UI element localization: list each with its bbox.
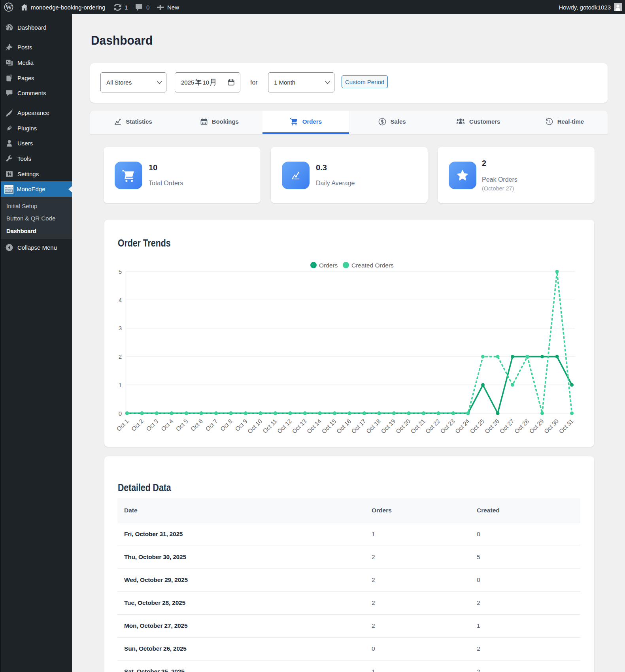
- svg-text:MONO: MONO: [5, 186, 13, 189]
- svg-text:Oct 29: Oct 29: [528, 418, 545, 435]
- svg-text:Oct 24: Oct 24: [454, 418, 471, 435]
- svg-text:Oct 5: Oct 5: [174, 418, 189, 432]
- svg-text:Oct 10: Oct 10: [246, 418, 263, 435]
- svg-text:Oct 6: Oct 6: [189, 418, 204, 432]
- svg-text:Oct 28: Oct 28: [513, 418, 530, 435]
- svg-text:Oct 13: Oct 13: [291, 418, 308, 435]
- svg-text:Oct 21: Oct 21: [409, 418, 426, 435]
- svg-text:Oct 17: Oct 17: [350, 418, 367, 435]
- svg-text:Oct 2: Oct 2: [130, 418, 145, 432]
- svg-text:1: 1: [119, 382, 122, 388]
- svg-text:Oct 12: Oct 12: [276, 418, 293, 435]
- svg-text:Oct 11: Oct 11: [261, 418, 278, 434]
- svg-text:Oct 4: Oct 4: [160, 418, 174, 432]
- svg-text:Oct 16: Oct 16: [335, 418, 352, 435]
- svg-text:Oct 30: Oct 30: [543, 418, 560, 435]
- svg-text:Orders: Orders: [319, 262, 338, 269]
- svg-text:Oct 27: Oct 27: [498, 418, 515, 435]
- svg-text:5: 5: [119, 268, 122, 275]
- svg-text:W: W: [6, 4, 12, 11]
- svg-text:Oct 3: Oct 3: [145, 418, 159, 432]
- svg-text:3: 3: [119, 325, 122, 331]
- svg-text:Oct 31: Oct 31: [557, 418, 574, 435]
- svg-text:Oct 20: Oct 20: [395, 418, 412, 435]
- svg-text:Oct 8: Oct 8: [219, 418, 234, 432]
- svg-text:2: 2: [119, 353, 122, 360]
- svg-text:Oct 15: Oct 15: [320, 418, 337, 435]
- svg-text:Oct 25: Oct 25: [468, 418, 485, 435]
- svg-text:Oct 18: Oct 18: [365, 418, 382, 435]
- svg-text:EDGE: EDGE: [5, 190, 12, 193]
- svg-text:Oct 22: Oct 22: [424, 418, 441, 435]
- svg-text:Oct 26: Oct 26: [483, 418, 500, 435]
- svg-text:0: 0: [119, 410, 122, 417]
- svg-text:Oct 14: Oct 14: [306, 418, 323, 435]
- svg-text:Oct 7: Oct 7: [204, 418, 219, 432]
- svg-text:4: 4: [119, 297, 122, 303]
- svg-text:Created Orders: Created Orders: [351, 262, 394, 269]
- svg-text:Oct 1: Oct 1: [115, 418, 130, 432]
- svg-text:Oct 23: Oct 23: [439, 418, 456, 435]
- svg-text:Oct 19: Oct 19: [380, 418, 397, 435]
